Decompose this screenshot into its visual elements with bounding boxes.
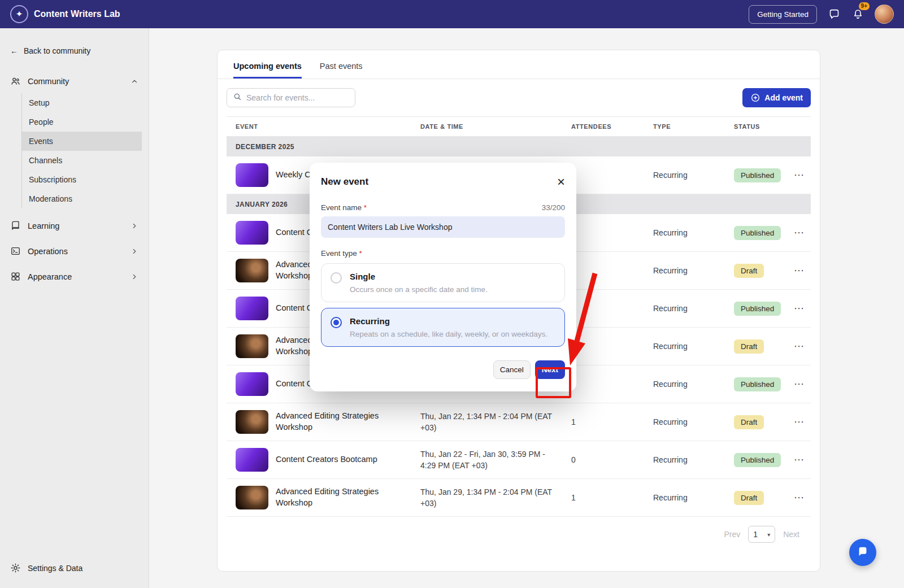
pagination-next-button[interactable]: Next	[783, 530, 799, 539]
column-header-datetime: DATE & TIME	[411, 123, 562, 130]
event-name: Content Creators Bootcamp	[276, 454, 377, 465]
status-badge: Draft	[734, 339, 764, 354]
event-type: Recurring	[644, 228, 725, 237]
row-actions-menu-icon[interactable]: ⋯	[794, 492, 805, 503]
chevron-right-icon	[131, 222, 138, 230]
notifications-bell-icon[interactable]: 9+	[851, 7, 864, 21]
modal-title: New event	[321, 176, 368, 188]
table-row[interactable]: Content Creators Bootcamp Thu, Jan 22 - …	[227, 441, 811, 479]
event-type: Recurring	[644, 342, 725, 351]
back-to-community-link[interactable]: ← Back to community	[0, 28, 149, 70]
group-label: DECEMBER 2025	[236, 143, 294, 151]
event-datetime: Thu, Jan 22 - Fri, Jan 30, 3:59 PM - 4:2…	[411, 448, 562, 472]
community-subnav: Setup People Events Channels Subscriptio…	[21, 93, 142, 208]
operations-icon	[10, 246, 21, 256]
pagination-page-select[interactable]: 1 ▾	[748, 526, 775, 543]
row-actions-menu-icon[interactable]: ⋯	[794, 378, 805, 390]
search-input[interactable]	[246, 93, 349, 102]
event-type: Recurring	[644, 304, 725, 313]
row-actions-menu-icon[interactable]: ⋯	[794, 341, 805, 352]
appearance-icon	[10, 271, 21, 282]
learning-icon	[10, 220, 21, 231]
status-badge: Draft	[734, 491, 764, 505]
next-button[interactable]: Next	[535, 360, 565, 379]
status-badge: Published	[734, 302, 781, 316]
tab-upcoming-events[interactable]: Upcoming events	[233, 62, 302, 79]
sidebar: ← Back to community Community Setup Peop…	[0, 28, 149, 588]
user-avatar[interactable]	[875, 5, 894, 24]
event-attendees: 0	[562, 455, 644, 464]
status-badge: Draft	[734, 264, 764, 278]
event-type: Recurring	[644, 493, 725, 502]
event-thumbnail	[236, 163, 268, 187]
getting-started-button[interactable]: Getting Started	[749, 5, 817, 24]
event-name-input[interactable]	[321, 216, 565, 238]
row-actions-menu-icon[interactable]: ⋯	[794, 227, 805, 238]
pagination-prev-button[interactable]: Prev	[724, 530, 740, 539]
table-row[interactable]: Advanced Editing Strategies Workshop Thu…	[227, 403, 811, 441]
search-icon	[233, 92, 242, 103]
row-actions-menu-icon[interactable]: ⋯	[794, 454, 805, 465]
settings-label: Settings & Data	[28, 564, 82, 573]
sidebar-appearance-label: Appearance	[28, 272, 72, 281]
sidebar-item-setup[interactable]: Setup	[22, 93, 142, 112]
event-datetime: Thu, Jan 22, 1:34 PM - 2:04 PM (EAT +03)	[411, 411, 562, 434]
event-attendees: 1	[562, 493, 644, 502]
sidebar-item-channels[interactable]: Channels	[22, 151, 142, 170]
event-datetime: Thu, Jan 29, 1:34 PM - 2:04 PM (EAT +03)	[411, 486, 562, 509]
event-type-option-single[interactable]: Single Occurs once on a specific date an…	[321, 263, 565, 302]
plus-circle-icon	[750, 93, 760, 103]
row-actions-menu-icon[interactable]: ⋯	[794, 303, 805, 314]
radio-recurring[interactable]	[331, 317, 342, 328]
notification-count-badge: 9+	[859, 2, 870, 10]
sidebar-section-appearance[interactable]: Appearance	[0, 264, 149, 289]
event-name: Advanced Editing Strategies Workshop	[276, 486, 406, 508]
sidebar-section-learning[interactable]: Learning	[0, 213, 149, 238]
event-thumbnail	[236, 259, 268, 282]
table-header-row: EVENT DATE & TIME ATTENDEES TYPE STATUS	[227, 116, 811, 137]
sidebar-item-subscriptions[interactable]: Subscriptions	[22, 170, 142, 189]
gear-icon	[10, 563, 21, 573]
event-name-label: Event name *	[321, 203, 367, 212]
row-actions-menu-icon[interactable]: ⋯	[794, 169, 805, 181]
event-type-option-recurring[interactable]: Recurring Repeats on a schedule, like da…	[321, 308, 565, 347]
event-type: Recurring	[644, 455, 725, 464]
back-label: Back to community	[24, 46, 90, 55]
sidebar-item-people[interactable]: People	[22, 112, 142, 132]
sidebar-section-community[interactable]: Community	[0, 70, 149, 92]
add-event-button[interactable]: Add event	[742, 88, 811, 107]
sidebar-item-moderations[interactable]: Moderations	[22, 189, 142, 208]
settings-and-data-link[interactable]: Settings & Data	[0, 556, 149, 580]
required-asterisk: *	[359, 249, 362, 258]
column-header-event: EVENT	[227, 123, 411, 130]
app-logo-icon: ✦	[10, 5, 28, 23]
required-asterisk: *	[364, 203, 367, 212]
chat-launcher-button[interactable]	[849, 539, 876, 566]
cancel-button[interactable]: Cancel	[493, 360, 531, 379]
event-thumbnail	[236, 372, 268, 396]
row-actions-menu-icon[interactable]: ⋯	[794, 416, 805, 428]
radio-single[interactable]	[331, 272, 342, 284]
table-row[interactable]: Advanced Editing Strategies Workshop Thu…	[227, 479, 811, 517]
status-badge: Published	[734, 226, 781, 240]
option-single-title: Single	[350, 272, 488, 281]
chevron-right-icon	[131, 273, 138, 281]
option-recurring-description: Repeats on a schedule, like daily, weekl…	[350, 330, 547, 338]
sidebar-item-events[interactable]: Events	[22, 132, 142, 151]
caret-down-icon: ▾	[767, 532, 770, 538]
events-search[interactable]	[227, 88, 355, 107]
messages-icon[interactable]	[827, 7, 841, 21]
add-event-label: Add event	[764, 93, 803, 102]
column-header-type: TYPE	[644, 123, 725, 130]
sidebar-section-operations[interactable]: Operations	[0, 238, 149, 264]
pagination: Prev 1 ▾ Next	[227, 517, 811, 552]
close-icon[interactable]: ×	[557, 175, 565, 189]
tab-past-events[interactable]: Past events	[320, 62, 363, 79]
row-actions-menu-icon[interactable]: ⋯	[794, 265, 805, 276]
logo-star-icon: ✦	[16, 9, 23, 19]
sidebar-learning-label: Learning	[28, 221, 59, 230]
events-tabs: Upcoming events Past events	[218, 50, 820, 79]
event-attendees: 1	[562, 417, 644, 426]
status-badge: Published	[734, 168, 781, 182]
event-type: Recurring	[644, 417, 725, 426]
